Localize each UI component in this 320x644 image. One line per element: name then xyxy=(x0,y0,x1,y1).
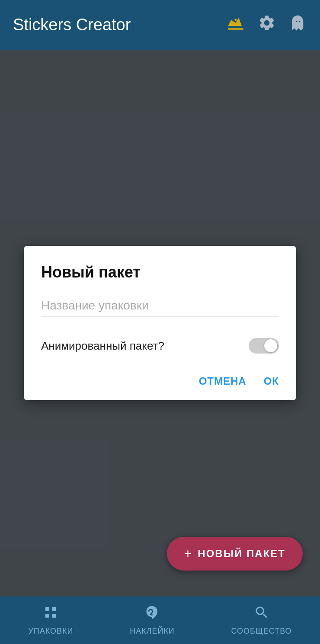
ok-button[interactable]: ОК xyxy=(264,375,279,387)
dialog: Новый пакет Анимированный пакет? ОТМЕНА … xyxy=(24,246,296,400)
app-bar-icons xyxy=(227,14,307,36)
stickers-label: НАКЛЕЙКИ xyxy=(130,627,175,636)
ghost-icon[interactable] xyxy=(289,14,307,36)
app-title: Stickers Creator xyxy=(13,16,227,34)
dialog-title: Новый пакет xyxy=(41,263,279,281)
dialog-actions: ОТМЕНА ОК xyxy=(41,375,279,387)
stickers-icon xyxy=(144,605,160,624)
new-pack-fab-button[interactable]: + НОВЫЙ ПАКЕТ xyxy=(167,537,303,571)
dialog-input-wrapper xyxy=(41,299,279,316)
nav-item-stickers[interactable]: НАКЛЕЙКИ xyxy=(130,605,175,636)
cancel-button[interactable]: ОТМЕНА xyxy=(199,375,246,387)
animated-label: Анимированный пакет? xyxy=(41,339,164,353)
fab-label: НОВЫЙ ПАКЕТ xyxy=(198,548,285,560)
bottom-nav: УПАКОВКИ НАКЛЕЙКИ СООБЩЕСТВО xyxy=(0,596,320,644)
dialog-overlay: Новый пакет Анимированный пакет? ОТМЕНА … xyxy=(0,50,320,596)
app-bar: Stickers Creator xyxy=(0,0,320,50)
packs-icon xyxy=(43,605,58,624)
community-label: СООБЩЕСТВО xyxy=(231,627,292,636)
fab-plus-icon: + xyxy=(184,546,193,561)
nav-item-community[interactable]: СООБЩЕСТВО xyxy=(231,605,292,636)
fab-area: + НОВЫЙ ПАКЕТ xyxy=(167,537,303,571)
animated-toggle-row: Анимированный пакет? xyxy=(41,329,279,362)
nav-item-packs[interactable]: УПАКОВКИ xyxy=(28,605,73,636)
crown-icon[interactable] xyxy=(227,14,245,36)
main-background: Новый пакет Анимированный пакет? ОТМЕНА … xyxy=(0,50,320,596)
community-icon xyxy=(254,605,269,624)
gear-icon[interactable] xyxy=(258,14,276,36)
animated-toggle[interactable] xyxy=(249,338,279,354)
toggle-knob xyxy=(264,339,277,352)
packs-label: УПАКОВКИ xyxy=(28,627,73,636)
package-name-input[interactable] xyxy=(41,299,279,312)
